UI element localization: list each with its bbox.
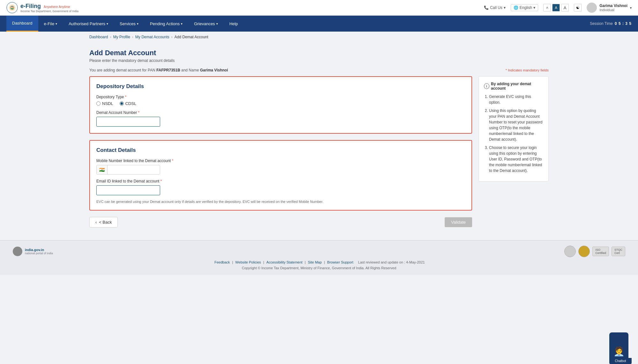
footer-link-browser-support[interactable]: Browser Support <box>327 260 353 264</box>
chevron-down-icon: ▾ <box>137 22 138 26</box>
footer-badges: ISOCertified STQCCert <box>564 246 625 257</box>
footer-links: Feedback | Website Policies | Accessibil… <box>13 260 625 264</box>
mobile-number-input[interactable] <box>108 166 160 174</box>
logo-text: e-Filing Anywhere Anytime Income Tax Dep… <box>20 3 78 13</box>
info-panel-list: Generate EVC using this option. Using th… <box>484 94 543 174</box>
info-icon: i <box>484 83 489 89</box>
navbar: Dashboard e-File ▾ Authorised Partners ▾… <box>0 16 638 32</box>
india-gov-text: india.gov.in national portal of india <box>25 248 53 255</box>
depository-type-label: Depository Type * <box>96 95 465 99</box>
nav-item-dashboard[interactable]: Dashboard <box>6 16 38 32</box>
contact-card-title: Contact Details <box>96 147 465 153</box>
breadcrumb-sep3: › <box>171 35 173 39</box>
email-label: Email ID linked to the Demat account * <box>96 179 465 183</box>
nsdl-radio[interactable] <box>96 101 100 106</box>
font-medium-button[interactable]: A <box>552 4 560 11</box>
radio-cdsl[interactable]: CDSL <box>120 101 137 106</box>
session-timer: Session Time 0 5 : 3 5 <box>590 21 632 26</box>
pan-info-text: You are adding demat account for PAN FAF… <box>89 68 228 72</box>
demat-account-number-label: Demat Account Number * <box>96 110 465 115</box>
language-selector[interactable]: 🌐 English ▾ <box>511 4 538 11</box>
page-title: Add Demat Account <box>89 49 549 57</box>
chevron-down-icon: ▾ <box>107 22 108 26</box>
breadcrumb-my-demat-accounts[interactable]: My Demat Accounts <box>135 35 169 39</box>
evc-note: EVC can be generated using your Demat ac… <box>96 200 465 204</box>
logo-emblem: 🇮🇳 <box>6 2 18 13</box>
font-large-button[interactable]: A <box>561 4 569 11</box>
breadcrumb-my-profile[interactable]: My Profile <box>113 35 130 39</box>
globe-icon: 🌐 <box>514 5 518 10</box>
info-point-3: Choose to secure your login using this o… <box>489 145 543 174</box>
page-subtitle: Please enter the mandatory demat account… <box>89 58 549 63</box>
footer-link-website-policies[interactable]: Website Policies <box>235 260 261 264</box>
footer-link-accessibility[interactable]: Accessibility Statement <box>266 260 302 264</box>
footer-link-feedback[interactable]: Feedback <box>214 260 230 264</box>
info-panel: i By adding your demat account Generate … <box>478 76 549 182</box>
mandatory-note: * Indicates mandatory fields <box>506 68 549 72</box>
flag-prefix: 🇮🇳 <box>97 165 108 174</box>
chevron-down-icon: ▾ <box>504 5 506 10</box>
validate-button[interactable]: Validate <box>445 217 472 227</box>
nav-item-grievances[interactable]: Grievances ▾ <box>188 16 224 32</box>
contrast-toggle[interactable]: ☯ <box>574 4 582 11</box>
nav-items: Dashboard e-File ▾ Authorised Partners ▾… <box>6 16 244 32</box>
mobile-label: Mobile Number linked to the Demat accoun… <box>96 159 465 163</box>
nav-item-pending-actions[interactable]: Pending Actions ▾ <box>144 16 188 32</box>
depository-card-title: Depository Details <box>96 83 465 90</box>
nav-item-services[interactable]: Services ▾ <box>114 16 144 32</box>
main-content: Add Demat Account Please enter the manda… <box>0 42 638 234</box>
breadcrumb: Dashboard › My Profile › My Demat Accoun… <box>0 32 638 42</box>
breadcrumb-current: Add Demat Account <box>174 35 208 39</box>
depository-type-radio-group: NSDL CDSL <box>96 101 465 106</box>
logo-dept-text: Income Tax Department, Government of Ind… <box>20 10 78 13</box>
nav-item-efile[interactable]: e-File ▾ <box>38 16 63 32</box>
logo-efiling-text: e-Filing Anywhere Anytime <box>20 3 78 10</box>
header-controls: 📞 Call Us ▾ 🌐 English ▾ A A A ☯ Garima V… <box>484 3 632 13</box>
india-gov-link[interactable]: india.gov.in national portal of india <box>13 247 53 256</box>
chevron-down-icon: ▾ <box>216 22 218 26</box>
form-actions: ‹ < Back Validate <box>89 217 472 227</box>
badge-3: ISOCertified <box>592 247 609 256</box>
depository-details-card: Depository Details Depository Type * NSD… <box>89 76 472 134</box>
phone-icon: 📞 <box>484 5 489 10</box>
india-emblem <box>13 247 22 256</box>
back-icon: ‹ <box>95 220 97 225</box>
footer-copyright: Copyright © Income Tax Department, Minis… <box>13 266 625 270</box>
logo-area: 🇮🇳 e-Filing Anywhere Anytime Income Tax … <box>6 2 78 13</box>
chevron-down-icon: ▾ <box>630 6 632 10</box>
info-point-1: Generate EVC using this option. <box>489 94 543 105</box>
email-input[interactable] <box>96 185 160 195</box>
header: 🇮🇳 e-Filing Anywhere Anytime Income Tax … <box>0 0 638 16</box>
radio-nsdl[interactable]: NSDL <box>96 101 113 106</box>
footer-link-sitemap[interactable]: Site Map <box>308 260 322 264</box>
mobile-input-wrapper: 🇮🇳 <box>96 165 160 175</box>
content-layout: Depository Details Depository Type * NSD… <box>89 76 549 227</box>
badge-4: STQCCert <box>612 247 625 256</box>
form-area: Depository Details Depository Type * NSD… <box>89 76 472 227</box>
contact-details-card: Contact Details Mobile Number linked to … <box>89 140 472 211</box>
breadcrumb-sep2: › <box>132 35 133 39</box>
badge-1 <box>564 246 576 257</box>
avatar <box>587 3 597 13</box>
back-button[interactable]: ‹ < Back <box>89 217 118 227</box>
cdsl-radio[interactable] <box>120 101 124 106</box>
user-info: Garima Vishnoi Individual <box>599 4 627 12</box>
chevron-down-icon: ▾ <box>181 22 182 26</box>
chevron-down-icon: ▾ <box>533 5 535 10</box>
chevron-down-icon: ▾ <box>56 22 57 26</box>
info-point-2: Using this option by quoting your PAN an… <box>489 108 543 142</box>
svg-text:🇮🇳: 🇮🇳 <box>11 6 14 10</box>
pan-info-row: You are adding demat account for PAN FAF… <box>89 68 549 72</box>
breadcrumb-sep1: › <box>110 35 111 39</box>
font-controls: A A A <box>543 4 569 11</box>
breadcrumb-dashboard[interactable]: Dashboard <box>89 35 108 39</box>
demat-account-number-input[interactable] <box>96 117 160 127</box>
user-menu[interactable]: Garima Vishnoi Individual ▾ <box>587 3 632 13</box>
nav-item-help[interactable]: Help <box>224 16 244 32</box>
font-small-button[interactable]: A <box>543 4 551 11</box>
call-us-button[interactable]: 📞 Call Us ▾ <box>484 5 506 10</box>
info-panel-heading: i By adding your demat account <box>484 82 543 91</box>
nav-item-authorised-partners[interactable]: Authorised Partners ▾ <box>63 16 114 32</box>
footer-last-updated: Last reviewed and update on : 4-May-2021 <box>358 260 425 264</box>
footer-row: india.gov.in national portal of india IS… <box>13 246 625 257</box>
